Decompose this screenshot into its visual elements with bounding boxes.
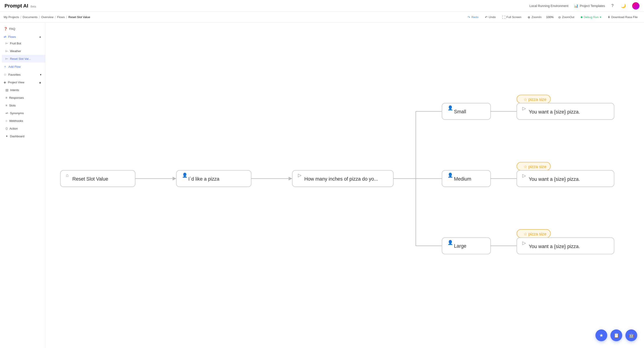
undo-button[interactable]: ↶ Undo [482,14,498,20]
download-rasa-button[interactable]: ⬇ Download Rasa File [605,14,640,20]
flows-subsection: ⊢ Fruit Bot ⊢ Weather ⊢ Reset Slot Val..… [0,39,45,62]
flows-chevron-icon: ▲ [39,35,42,38]
sidebar-item-faq[interactable]: ❓ FAQ [0,25,45,33]
svg-text:▷: ▷ [522,106,526,111]
breadcrumb: My Projects / Documents / Overview / Flo… [4,15,465,19]
help-button[interactable]: ? [610,2,614,9]
add-flow-label: Add Flow [8,65,21,68]
condition-small[interactable]: 👤 Small [442,103,490,120]
app-title: Prompt AI Beta [4,3,36,9]
project-view-chevron-icon: ▲ [38,81,42,84]
synonyms-label: Synonyms [10,112,24,115]
fullscreen-label: Full Screen [506,15,522,19]
project-templates-link[interactable]: 📊 Project Templates [574,4,605,8]
star-fab-button[interactable]: ★ [596,330,607,341]
debug-dot-icon [581,16,582,18]
condition-large[interactable]: 👤 Large [442,238,490,254]
fab-buttons: ★ 📋 🤖 [596,330,637,341]
breadcrumb-current: Reset Slot Value [68,15,90,19]
webhooks-label: Webhooks [9,119,23,123]
project-view-icon: ◈ [4,80,6,84]
header-right: Local Running Environment 📊 Project Temp… [530,2,640,9]
undo-icon: ↶ [485,15,488,19]
arrow-1 [173,177,176,180]
zoom-in-icon: ⊕ [528,15,530,19]
svg-text:You want a {size} pizza.: You want a {size} pizza. [529,244,580,249]
project-view-label: Project View [8,81,24,84]
main-canvas[interactable]: ⌂ Reset Slot Value 👤 I`d like a pizza ▷ … [46,23,644,348]
sidebar-item-fruit-bot[interactable]: ⊢ Fruit Bot [2,39,45,47]
breadcrumb-sep-1: / [20,15,21,19]
main-layout: ❓ FAQ ⇄ Flows ▲ ⊢ Fruit Bot ⊢ Weather [0,23,644,348]
reset-slot-label: Reset Slot Val... [10,57,31,60]
start-node[interactable]: ⌂ Reset Slot Value [60,170,135,187]
chart-icon: 📊 [574,4,578,8]
app-beta: Beta [30,5,36,8]
sidebar-item-favorites[interactable]: ☆ Favorites ▾ [0,71,45,78]
fullscreen-button[interactable]: ⛶ Full Screen [500,14,524,20]
debug-run-button[interactable]: Debug Run ▾ [578,14,604,20]
sidebar-item-action[interactable]: ⟨⟩ Action [2,125,45,132]
svg-text:Medium: Medium [454,176,471,182]
sidebar-item-responses[interactable]: ≡ Responses [2,94,45,102]
favorites-label: Favorites [8,73,20,76]
sidebar-item-slots[interactable]: ≡ Slots [2,102,45,109]
app-name: Prompt AI [4,3,28,8]
breadcrumb-my-projects[interactable]: My Projects [4,15,19,19]
redo-button[interactable]: ↷ Redo [465,14,481,20]
svg-text:👤: 👤 [448,105,453,111]
intent-node[interactable]: 👤 I`d like a pizza [176,170,251,187]
action-small[interactable]: ▷ You want a {size} pizza. [517,103,614,120]
svg-text:☆ pizza size: ☆ pizza size [524,165,546,169]
condition-medium[interactable]: 👤 Medium [442,170,490,187]
zoom-out-icon: ⊖ [558,15,561,19]
zoom-out-label: ZoomOut [562,15,574,19]
theme-toggle-button[interactable]: 🌙 [620,2,627,9]
local-env-link[interactable]: Local Running Environment [530,4,568,8]
weather-flow-icon: ⊢ [6,49,8,53]
clipboard-fab-button[interactable]: 📋 [610,330,622,341]
sidebar-item-weather[interactable]: ⊢ Weather [2,47,45,55]
breadcrumb-flows[interactable]: Flows [57,15,65,19]
add-flow-button[interactable]: ＋ Add Flow [0,62,45,71]
zoom-level: 100% [545,15,554,19]
sidebar-item-reset-slot[interactable]: ⊢ Reset Slot Val... [2,55,45,62]
sidebar-item-intents[interactable]: ▤ Intents [2,86,45,94]
action-medium[interactable]: ▷ You want a {size} pizza. [517,170,614,187]
dashboard-label: Dashboard [10,135,24,138]
add-icon: ＋ [4,65,6,69]
action-large[interactable]: ▷ You want a {size} pizza. [517,238,614,254]
breadcrumb-documents[interactable]: Documents [23,15,38,19]
svg-text:👤: 👤 [448,173,453,178]
sidebar-item-webhooks[interactable]: ○ Webhooks [2,117,45,125]
toolbar: My Projects / Documents / Overview / Flo… [0,12,644,23]
project-view-header[interactable]: ◈ Project View ▲ [0,78,45,86]
zoom-in-button[interactable]: ⊕ ZoomIn [525,14,544,20]
favorites-chevron-icon: ▾ [40,73,42,76]
svg-text:☆ pizza size: ☆ pizza size [524,232,546,236]
project-view-subsection: ▤ Intents ≡ Responses ≡ Slots ⇌ Synonyms… [0,86,45,140]
breadcrumb-sep-2: / [39,15,40,19]
flows-section-header[interactable]: ⇄ Flows ▲ [4,35,42,38]
favorites-icon: ☆ [4,73,6,76]
zoom-out-button[interactable]: ⊖ ZoomOut [556,14,577,20]
flows-label: Flows [8,35,16,38]
svg-text:▷: ▷ [298,173,302,178]
intent-node-label: I`d like a pizza [188,176,220,182]
action-node[interactable]: ▷ How many inches of pizza do yo... [292,170,393,187]
faq-icon: ❓ [4,27,8,31]
sidebar-item-dashboard[interactable]: ✦ Dashboard [2,132,45,140]
avatar[interactable] [632,2,640,9]
header: Prompt AI Beta Local Running Environment… [0,0,644,12]
svg-text:☆ pizza size: ☆ pizza size [524,97,546,102]
svg-text:⌂: ⌂ [66,173,69,178]
action-node-label: How many inches of pizza do yo... [304,176,378,182]
sidebar-item-synonyms[interactable]: ⇌ Synonyms [2,109,45,117]
breadcrumb-overview[interactable]: Overview [41,15,53,19]
bot-fab-button[interactable]: 🤖 [626,330,637,341]
faq-label: FAQ [9,27,15,31]
header-left: Prompt AI Beta [4,3,36,9]
svg-text:👤: 👤 [182,173,188,178]
breadcrumb-sep-3: / [55,15,56,19]
sidebar: ❓ FAQ ⇄ Flows ▲ ⊢ Fruit Bot ⊢ Weather [0,23,46,348]
